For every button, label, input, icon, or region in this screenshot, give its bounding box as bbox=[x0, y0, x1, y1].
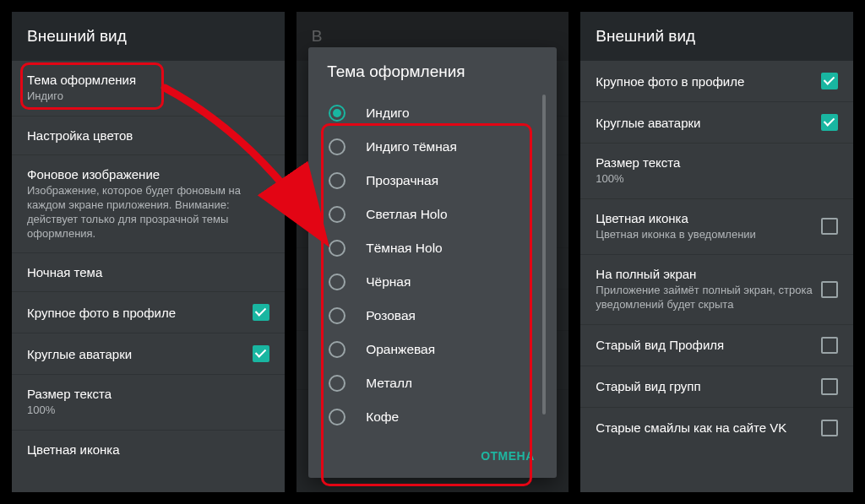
radio-icon bbox=[329, 409, 345, 425]
radio-icon bbox=[329, 138, 345, 155]
header-right: Внешний вид bbox=[580, 12, 853, 61]
header-left: Внешний вид bbox=[12, 12, 285, 61]
item-round-avatars[interactable]: Круглые аватарки bbox=[580, 102, 853, 144]
checkbox-icon[interactable] bbox=[821, 281, 838, 298]
radio-icon bbox=[329, 206, 345, 223]
checkbox-icon[interactable] bbox=[821, 218, 838, 235]
panel-center-inner: В ТИ Н Ф К К Цветная иконка Тема оформле… bbox=[296, 12, 569, 492]
radio-icon bbox=[329, 307, 345, 324]
dialog-title: Тема оформления bbox=[308, 47, 557, 91]
item-background-image[interactable]: Фоновое изображение Изображение, которое… bbox=[12, 155, 285, 254]
item-old-groups[interactable]: Старый вид групп bbox=[580, 366, 853, 408]
item-sub: 100% bbox=[27, 404, 269, 418]
radio-icon bbox=[329, 341, 345, 358]
item-title: Тема оформления bbox=[27, 73, 269, 87]
panel-left: Внешний вид Тема оформления Индиго Настр… bbox=[12, 12, 285, 492]
theme-option-metal[interactable]: Металл bbox=[317, 366, 548, 400]
checkbox-icon[interactable] bbox=[821, 420, 838, 436]
dialog-backdrop: Тема оформления Индиго Индиго тёмная Про… bbox=[296, 12, 569, 492]
item-fullscreen[interactable]: На полный экран Приложение займёт полный… bbox=[580, 255, 853, 325]
item-title: Размер текста bbox=[27, 387, 269, 401]
panel-center: В ТИ Н Ф К К Цветная иконка Тема оформле… bbox=[296, 12, 569, 492]
item-sub: Индиго bbox=[27, 89, 269, 104]
panel-left-inner: Внешний вид Тема оформления Индиго Настр… bbox=[12, 12, 285, 492]
panel-right: Внешний вид Крупное фото в профиле Кругл… bbox=[580, 12, 853, 492]
cancel-button[interactable]: ОТМЕНА bbox=[474, 444, 541, 468]
radio-icon bbox=[329, 105, 345, 122]
theme-options-list: Индиго Индиго тёмная Прозрачная Светлая … bbox=[317, 91, 548, 436]
theme-option-holo-dark[interactable]: Тёмная Holo bbox=[317, 231, 548, 265]
item-sub: Изображение, которое будет фоновым на ка… bbox=[27, 184, 269, 241]
theme-option-coffee[interactable]: Кофе bbox=[317, 400, 548, 434]
theme-dialog: Тема оформления Индиго Индиго тёмная Про… bbox=[308, 47, 557, 478]
radio-icon bbox=[329, 172, 345, 189]
theme-option-black[interactable]: Чёрная bbox=[317, 265, 548, 299]
item-large-profile-photo[interactable]: Крупное фото в профиле bbox=[12, 292, 285, 333]
item-old-smileys[interactable]: Старые смайлы как на сайте VK bbox=[580, 408, 853, 448]
theme-option-pink[interactable]: Розовая bbox=[317, 299, 548, 333]
item-large-profile-photo[interactable]: Крупное фото в профиле bbox=[580, 61, 853, 102]
item-old-profile[interactable]: Старый вид Профиля bbox=[580, 325, 853, 366]
checkbox-icon[interactable] bbox=[253, 304, 269, 321]
theme-option-transparent[interactable]: Прозрачная bbox=[317, 164, 548, 198]
item-color-icon[interactable]: Цветная иконка bbox=[12, 431, 285, 469]
item-theme[interactable]: Тема оформления Индиго bbox=[12, 61, 285, 117]
item-colors[interactable]: Настройка цветов bbox=[12, 117, 285, 155]
checkbox-icon[interactable] bbox=[821, 114, 838, 131]
item-title: Фоновое изображение bbox=[27, 167, 269, 182]
theme-option-indigo[interactable]: Индиго bbox=[317, 96, 548, 130]
item-color-icon[interactable]: Цветная иконка Цветная иконка в уведомле… bbox=[580, 199, 853, 255]
item-title: Ночная тема bbox=[27, 265, 269, 279]
checkbox-icon[interactable] bbox=[821, 337, 838, 354]
radio-icon bbox=[329, 240, 345, 257]
radio-icon bbox=[329, 274, 345, 290]
item-title: Крупное фото в профиле bbox=[27, 306, 244, 320]
theme-option-holo-light[interactable]: Светлая Holo bbox=[317, 198, 548, 231]
checkbox-icon[interactable] bbox=[253, 345, 269, 362]
item-title: Настройка цветов bbox=[27, 128, 269, 143]
item-text-size[interactable]: Размер текста 100% bbox=[12, 375, 285, 431]
item-round-avatars[interactable]: Круглые аватарки bbox=[12, 333, 285, 375]
item-title: Круглые аватарки bbox=[27, 347, 244, 361]
theme-option-indigo-dark[interactable]: Индиго тёмная bbox=[317, 130, 548, 164]
panel-right-inner: Внешний вид Крупное фото в профиле Кругл… bbox=[580, 12, 853, 492]
theme-option-orange[interactable]: Оранжевая bbox=[317, 333, 548, 366]
radio-icon bbox=[329, 375, 345, 392]
item-text-size[interactable]: Размер текста 100% bbox=[580, 144, 853, 199]
item-title: Цветная иконка bbox=[27, 442, 269, 457]
checkbox-icon[interactable] bbox=[821, 378, 838, 395]
scrollbar[interactable] bbox=[542, 95, 546, 415]
item-night-theme[interactable]: Ночная тема bbox=[12, 253, 285, 292]
checkbox-icon[interactable] bbox=[821, 73, 838, 89]
